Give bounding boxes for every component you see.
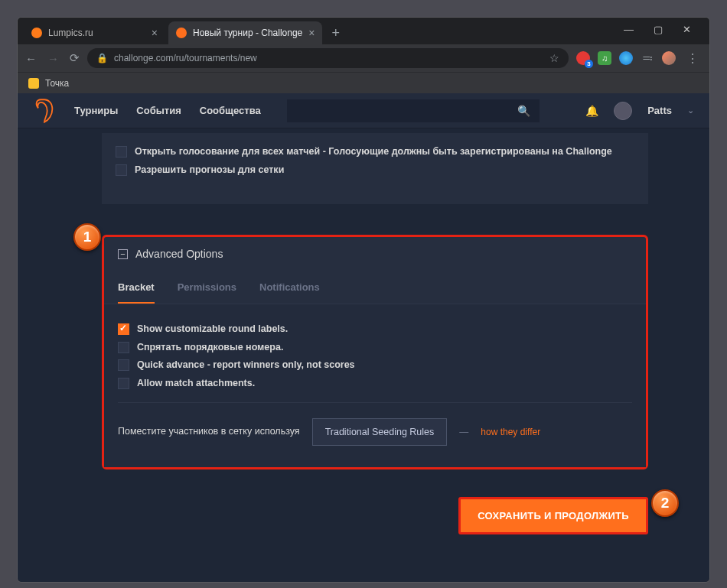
tab-title: Lumpics.ru	[48, 28, 93, 38]
chevron-down-icon[interactable]: ⌄	[687, 106, 694, 115]
advanced-options-title: Advanced Options	[135, 248, 223, 260]
checkbox[interactable]	[118, 378, 129, 389]
checkbox[interactable]	[116, 164, 127, 176]
checkbox[interactable]	[118, 323, 129, 335]
advanced-options-header[interactable]: − Advanced Options	[104, 237, 646, 271]
lock-icon: 🔒	[96, 53, 108, 63]
extension-music-icon[interactable]: ♫	[598, 51, 611, 65]
checkbox-label: Спрятать порядковые номера.	[137, 341, 283, 355]
reload-button[interactable]: ⟳	[70, 51, 80, 65]
advanced-body: Show customizable round labels. Спрятать…	[104, 304, 646, 467]
bookmark-link[interactable]: Точка	[45, 78, 69, 89]
nav-tournaments[interactable]: Турниры	[74, 105, 118, 116]
advanced-tabs: Bracket Permissions Notifications	[104, 271, 646, 304]
step-badge-2: 2	[651, 489, 679, 517]
username[interactable]: Patts	[647, 105, 672, 116]
maximize-button[interactable]: ▢	[649, 22, 667, 37]
back-button[interactable]: ←	[25, 52, 37, 65]
extension-icons: ♫ ≕ ⋮	[576, 51, 702, 66]
voting-options-section: Открыть голосование для всех матчей - Го…	[102, 133, 648, 204]
url-field[interactable]: 🔒 challonge.com/ru/tournaments/new ☆	[87, 48, 569, 68]
forward-button[interactable]: →	[47, 52, 59, 65]
checkbox-label: Show customizable round labels.	[137, 323, 288, 336]
browser-window: Lumpics.ru × Новый турнир - Challonge × …	[17, 17, 710, 583]
tab-notifications[interactable]: Notifications	[259, 275, 320, 304]
challonge-logo[interactable]	[33, 98, 56, 124]
nav-communities[interactable]: Сообщества	[200, 105, 261, 116]
submit-row: 2 СОХРАНИТЬ И ПРОДОЛЖИТЬ	[102, 497, 648, 534]
bookmark-favicon	[28, 78, 39, 89]
address-bar: ← → ⟳ 🔒 challonge.com/ru/tournaments/new…	[18, 44, 709, 72]
seeding-help-link[interactable]: how they differ	[481, 427, 540, 437]
step-badge-1: 1	[73, 223, 101, 251]
checkbox-label: Allow match attachments.	[137, 377, 255, 391]
checkbox-label: Открыть голосование для всех матчей - Го…	[135, 145, 612, 159]
bookmarks-bar: Точка	[18, 72, 709, 93]
new-tab-button[interactable]: +	[325, 22, 346, 44]
seeding-row: Поместите участников в сетку используя T…	[118, 402, 632, 453]
url-text: challonge.com/ru/tournaments/new	[114, 53, 257, 63]
minimize-button[interactable]: —	[619, 22, 638, 37]
checkbox[interactable]	[116, 146, 127, 158]
profile-avatar-icon[interactable]	[662, 51, 676, 65]
bell-icon[interactable]: 🔔	[585, 105, 598, 117]
browser-menu-button[interactable]: ⋮	[683, 51, 702, 66]
main-content: Открыть голосование для всех матчей - Го…	[18, 128, 709, 550]
advanced-options-panel: 1 − Advanced Options Bracket Permissions…	[102, 235, 648, 469]
user-avatar[interactable]	[614, 102, 632, 120]
favicon-challonge	[176, 28, 187, 38]
option-round-labels: Show customizable round labels.	[118, 323, 632, 336]
star-icon[interactable]: ☆	[549, 52, 559, 64]
collapse-icon[interactable]: −	[118, 249, 128, 259]
option-open-voting: Открыть голосование для всех матчей - Го…	[116, 145, 634, 159]
browser-tab-challonge[interactable]: Новый турнир - Challonge ×	[168, 21, 322, 44]
seeding-select[interactable]: Traditional Seeding Rules	[312, 418, 448, 446]
site-header: Турниры События Сообщества 🔍 🔔 Patts ⌄	[18, 93, 709, 128]
checkbox-label: Quick advance - report winners only, not…	[137, 359, 355, 372]
tab-title: Новый турнир - Challonge	[193, 28, 302, 38]
header-right: 🔔 Patts ⌄	[585, 102, 694, 120]
browser-titlebar: Lumpics.ru × Новый турнир - Challonge × …	[18, 18, 709, 44]
search-icon: 🔍	[517, 105, 530, 117]
option-attachments: Allow match attachments.	[118, 377, 632, 391]
extension-reader-icon[interactable]: ≕	[641, 52, 654, 64]
tab-bracket[interactable]: Bracket	[118, 275, 155, 304]
checkbox[interactable]	[118, 359, 129, 371]
nav-events[interactable]: События	[136, 105, 181, 116]
page-content: Турниры События Сообщества 🔍 🔔 Patts ⌄ О…	[18, 93, 709, 582]
seeding-dash: —	[459, 427, 468, 437]
extension-globe-icon[interactable]	[619, 51, 633, 65]
favicon-lumpics	[31, 28, 42, 38]
seeding-value: Traditional Seeding Rules	[325, 427, 435, 437]
close-window-button[interactable]: ✕	[678, 22, 696, 37]
window-controls: — ▢ ✕	[611, 19, 703, 44]
option-allow-predictions: Разрешить прогнозы для сетки	[116, 164, 634, 177]
option-hide-seeds: Спрятать порядковые номера.	[118, 341, 632, 355]
tab-permissions[interactable]: Permissions	[178, 275, 236, 304]
close-icon[interactable]: ×	[152, 27, 158, 39]
nav-buttons: ← → ⟳	[25, 51, 80, 65]
browser-tab-lumpics[interactable]: Lumpics.ru ×	[24, 21, 165, 44]
extension-adblock-icon[interactable]	[576, 51, 590, 65]
site-search-input[interactable]: 🔍	[287, 99, 540, 122]
checkbox[interactable]	[118, 342, 129, 353]
seeding-label: Поместите участников в сетку используя	[118, 425, 300, 439]
save-continue-button[interactable]: СОХРАНИТЬ И ПРОДОЛЖИТЬ	[458, 497, 648, 534]
checkbox-label: Разрешить прогнозы для сетки	[135, 164, 284, 177]
close-icon[interactable]: ×	[308, 27, 315, 39]
option-quick-advance: Quick advance - report winners only, not…	[118, 359, 632, 372]
